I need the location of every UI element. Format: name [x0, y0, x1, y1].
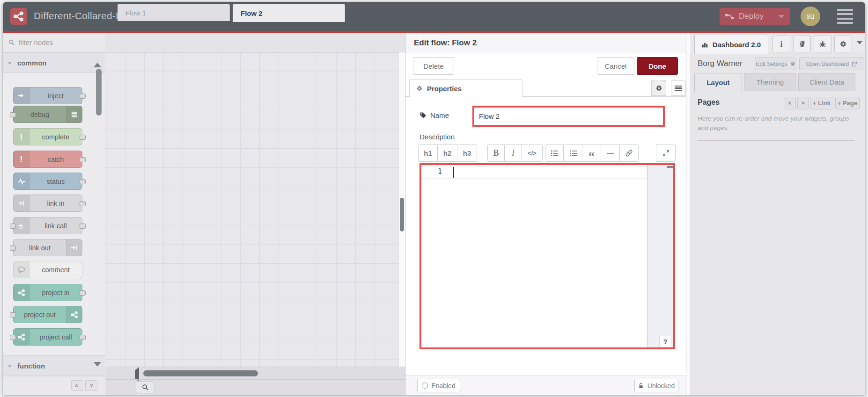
add-link-button[interactable]: + Link [810, 97, 833, 109]
palette-node-inject[interactable]: inject [13, 87, 82, 104]
canvas-zoom-search-button[interactable] [136, 381, 154, 393]
node-port [80, 179, 86, 184]
palette-node-project-call[interactable]: project call [13, 328, 82, 346]
horizontal-rule-icon[interactable]: — [601, 144, 620, 162]
description-editor-highlight: 1 [419, 163, 675, 349]
palette-search[interactable] [3, 33, 105, 52]
cancel-button[interactable]: Cancel [597, 57, 634, 75]
palette-expand-all-button[interactable]: « [85, 380, 97, 391]
tab-flow-2[interactable]: Flow 2 [233, 4, 345, 22]
palette-node-project-out[interactable]: project out [13, 306, 82, 323]
editor-scroll-thumb[interactable] [667, 166, 673, 168]
bold-button[interactable]: B [487, 144, 505, 162]
dashboard-project-name: Borg Warner [698, 59, 743, 68]
open-dashboard-button[interactable]: Open Dashboard [799, 58, 864, 70]
edit-settings-button[interactable]: Edit Settings [755, 58, 796, 70]
h1-button[interactable]: h1 [418, 144, 438, 162]
delete-button[interactable]: Delete [413, 57, 454, 75]
pages-move-up-button[interactable]: « [785, 97, 796, 109]
deploy-caret-icon[interactable] [779, 15, 784, 18]
deploy-button[interactable]: Deploy [719, 7, 790, 25]
palette-node-link-call[interactable]: link call [13, 217, 82, 234]
tab-flow-1[interactable]: Flow 1 [118, 4, 230, 21]
search-icon [8, 39, 15, 46]
palette-scroll-up-icon[interactable] [94, 55, 101, 63]
edit-panel-footer: Enabled Unlocked [405, 375, 686, 395]
list-view-button[interactable] [671, 80, 686, 96]
editor-help-button[interactable]: ? [659, 336, 671, 347]
help-book-button[interactable] [793, 36, 811, 52]
flow-name-input[interactable] [474, 108, 663, 125]
gear-icon [790, 61, 795, 66]
palette-category-function[interactable]: › function [3, 355, 105, 376]
h2-button[interactable]: h2 [438, 144, 457, 162]
link-icon[interactable] [620, 144, 639, 162]
palette-node-comment[interactable]: comment [13, 261, 82, 278]
palette-node-complete[interactable]: ! complete [13, 128, 82, 145]
sidebar-menu-caret-icon[interactable] [857, 41, 862, 44]
done-button[interactable]: Done [637, 57, 678, 75]
palette-node-debug[interactable]: debug [13, 106, 82, 123]
palette-category-common[interactable]: › common [3, 52, 105, 73]
radio-circle-icon [422, 383, 428, 389]
node-port [10, 112, 16, 117]
tab-properties[interactable]: Properties [409, 79, 522, 97]
node-red-logo-icon [14, 284, 29, 301]
exclamation-icon: ! [14, 129, 29, 145]
palette-node-status[interactable]: status [13, 173, 82, 190]
node-settings-button[interactable] [651, 80, 666, 96]
editor-line-number: 1 [421, 167, 442, 176]
panel-sidebar-splitter[interactable] [686, 33, 690, 395]
node-red-window: Different-Collared-Dove-4521 Deploy su ›… [3, 2, 865, 395]
italic-button[interactable]: I [505, 144, 522, 162]
palette-node-project-in[interactable]: project in [13, 284, 82, 301]
deploy-label: Deploy [739, 12, 774, 21]
code-button[interactable]: </> [522, 144, 543, 162]
main-menu-button[interactable] [837, 9, 853, 24]
editor-scroll-track[interactable] [647, 165, 673, 347]
info-button[interactable]: i [772, 36, 790, 52]
palette-collapse-all-button[interactable]: « [71, 380, 83, 391]
node-red-logo-icon [66, 306, 82, 323]
flow-enabled-toggle[interactable]: Enabled [417, 379, 460, 392]
add-page-button[interactable]: + Page [835, 97, 860, 109]
settings-gear-button[interactable] [834, 36, 852, 52]
h3-button[interactable]: h3 [457, 144, 477, 162]
palette-node-link-out[interactable]: link out [13, 239, 82, 256]
edit-flow-panel: Edit flow: Flow 2 Delete Cancel Done Pro… [405, 33, 686, 395]
gear-icon [416, 85, 423, 92]
palette-scrollbar[interactable] [96, 69, 102, 115]
link-arrow-icon [14, 217, 29, 234]
link-arrow-icon [66, 239, 82, 256]
palette-node-link-in[interactable]: link in [13, 195, 82, 212]
pages-move-down-button[interactable]: « [797, 97, 809, 109]
editor-active-line [421, 166, 673, 179]
palette-node-catch[interactable]: ! catch [13, 151, 82, 168]
canvas-hscroll-thumb[interactable] [143, 370, 258, 376]
canvas-vscroll-thumb[interactable] [400, 198, 404, 231]
chevron-down-icon: › [7, 365, 15, 367]
flow-locked-toggle[interactable]: Unlocked [634, 379, 678, 392]
node-port [80, 135, 86, 140]
editor-text-cursor [453, 167, 454, 178]
unlock-icon [638, 383, 644, 389]
description-editor[interactable]: 1 [419, 163, 675, 349]
tab-client-data[interactable]: Client Data [798, 73, 855, 91]
tab-layout[interactable]: Layout [694, 73, 742, 92]
tab-dashboard-2[interactable]: Dashboard 2.0 [694, 35, 768, 54]
unordered-list-icon[interactable] [564, 144, 582, 162]
canvas-vertical-scrollbar[interactable] [398, 52, 405, 367]
flow-canvas[interactable] [106, 52, 405, 367]
node-port [80, 201, 86, 206]
debug-bug-button[interactable] [814, 36, 831, 52]
user-avatar[interactable]: su [801, 7, 820, 26]
quote-icon[interactable]: “ [582, 144, 601, 162]
scroll-left-icon[interactable] [135, 370, 139, 379]
edit-flow-title: Edit flow: Flow 2 [405, 33, 686, 53]
palette-filter-input[interactable] [19, 38, 89, 46]
palette-scroll-down-icon[interactable] [94, 367, 101, 375]
expand-group [656, 144, 676, 162]
ordered-list-icon[interactable] [545, 144, 564, 162]
expand-icon[interactable] [656, 144, 676, 162]
tab-theming[interactable]: Theming [744, 73, 796, 91]
